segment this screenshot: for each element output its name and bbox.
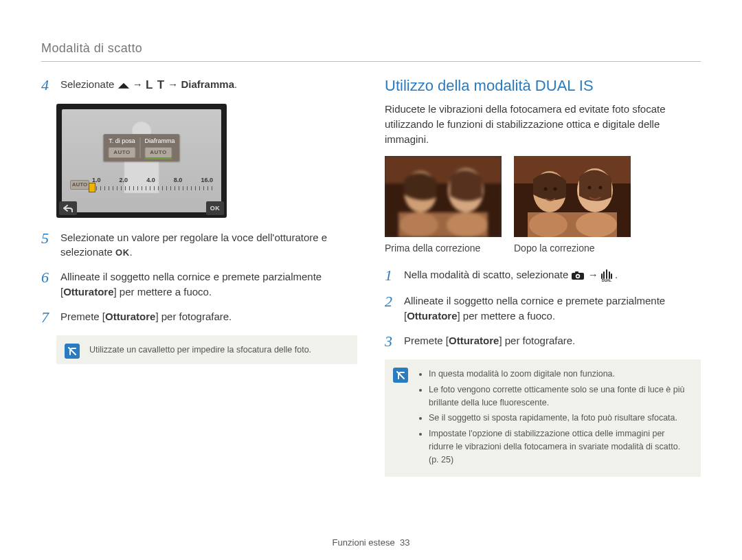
photo-after — [514, 156, 631, 237]
step-text: Premete [Otturatore] per fotografare. — [404, 333, 701, 350]
step-7: 7 Premete [Otturatore] per fotografare. — [41, 309, 357, 326]
text: → — [168, 78, 181, 90]
ok-icon: OK — [115, 247, 130, 260]
panel-aperture: Diaframma AUTO — [144, 137, 175, 158]
menu-up-icon — [117, 80, 130, 90]
note-box: In questa modalità lo zoom digitale non … — [385, 359, 701, 477]
step-text: Selezionate un valore per regolare la vo… — [60, 230, 357, 260]
svg-point-14 — [588, 186, 592, 190]
two-column-layout: 4 Selezionate → L T → Diaframma. — [41, 77, 701, 477]
text: Selezionate — [60, 78, 117, 90]
camera-icon — [571, 271, 585, 280]
manual-page: Modalità di scatto 4 Selezionate → L T →… — [0, 0, 742, 560]
step-number: 3 — [385, 333, 397, 350]
note-item: Le foto vengono corrette otticamente sol… — [429, 383, 691, 410]
bold-text: Otturatore — [105, 311, 155, 322]
footer-page: 33 — [400, 537, 409, 548]
svg-rect-2 — [385, 156, 502, 183]
caption-after: Dopo la correzione — [514, 243, 631, 254]
aperture-scale-row: AUTO 1.0 2.0 4.0 8.0 16.0 — [70, 177, 213, 193]
scale-labels: 1.0 2.0 4.0 8.0 16.0 — [92, 177, 213, 183]
svg-rect-20 — [575, 271, 578, 273]
scale-tick: 16.0 — [201, 177, 213, 183]
text: ] per mettere a fuoco. — [114, 286, 212, 298]
camera-lcd: T. di posa AUTO Diaframma AUTO AUTO — [56, 104, 227, 218]
panel-button-active: AUTO — [144, 147, 172, 158]
text: ] per mettere a fuoco. — [458, 310, 556, 322]
panel-divider — [139, 137, 140, 158]
intro-text: Riducete le vibrazioni della fotocamera … — [385, 102, 701, 146]
text: Premete [ — [60, 311, 105, 322]
text: ] per fotografare. — [155, 311, 232, 322]
step-number: 6 — [41, 269, 54, 300]
bold-text: Otturatore — [407, 310, 457, 322]
svg-point-18 — [576, 212, 617, 237]
scale-tick: 4.0 — [146, 177, 155, 183]
photo-comparison — [385, 156, 701, 237]
scale-tick: 2.0 — [120, 177, 128, 183]
svg-point-13 — [554, 188, 557, 191]
step-text: Nella modalità di scatto, selezionate → … — [404, 267, 701, 284]
step-number: 7 — [41, 309, 54, 326]
bold-text: Diaframma — [181, 78, 234, 90]
note-item: Impostate l'opzione di stabilizzazione o… — [429, 427, 691, 466]
svg-point-22 — [577, 276, 579, 278]
text: . — [234, 78, 237, 90]
svg-point-6 — [400, 212, 438, 237]
text: Premete [ — [404, 335, 449, 346]
step-3: 3 Premete [Otturatore] per fotografare. — [385, 333, 701, 350]
text: → — [588, 269, 601, 280]
back-button-icon — [59, 201, 77, 215]
step-text: Premete [Otturatore] per fotografare. — [60, 309, 357, 326]
photo-before — [385, 156, 502, 237]
note-item: Se il soggetto si sposta rapidamente, la… — [429, 412, 691, 425]
panel-label: Diaframma — [144, 137, 175, 144]
bold-text: Otturatore — [449, 335, 499, 346]
panel-shutter: T. di posa AUTO — [108, 137, 135, 158]
svg-point-17 — [529, 212, 567, 237]
bold-text: Otturatore — [63, 286, 113, 298]
step-6: 6 Allineate il soggetto nella cornice e … — [41, 269, 357, 300]
step-4: 4 Selezionate → L T → Diaframma. — [41, 77, 357, 94]
step-number: 5 — [41, 230, 54, 260]
ok-button-icon: OK — [206, 201, 224, 215]
scale-ruler — [92, 186, 213, 190]
right-column: Utilizzo della modalità DUAL IS Riducete… — [385, 77, 701, 477]
left-column: 4 Selezionate → L T → Diaframma. — [41, 77, 357, 477]
svg-text:DUAL: DUAL — [602, 278, 611, 282]
section-title: Modalità di scatto — [41, 41, 701, 56]
note-box: Utilizzate un cavalletto per impedire la… — [56, 335, 357, 364]
page-footer: Funzioni estese 33 — [0, 537, 742, 548]
text: Selezionate un valore per regolare la vo… — [60, 232, 327, 258]
note-list: In questa modalità lo zoom digitale non … — [418, 368, 691, 466]
scale-auto-pill: AUTO — [70, 180, 89, 190]
divider — [41, 61, 701, 62]
caption-before: Prima della correzione — [385, 243, 502, 254]
aperture-scale: 1.0 2.0 4.0 8.0 16.0 — [92, 177, 213, 193]
note-info-icon — [65, 344, 80, 359]
text: . — [130, 246, 133, 258]
text: → — [133, 78, 146, 90]
panel-label: T. di posa — [108, 137, 135, 144]
heading-dual-is: Utilizzo della modalità DUAL IS — [385, 77, 701, 95]
text: Nella modalità di scatto, selezionate — [404, 269, 571, 280]
text: ] per fotografare. — [499, 335, 575, 346]
note-item: In questa modalità lo zoom digitale non … — [429, 368, 691, 381]
step-2: 2 Allineate il soggetto nella cornice e … — [385, 293, 701, 324]
text: . — [615, 269, 618, 280]
step-number: 1 — [385, 267, 397, 284]
step-text: Allineate il soggetto nella cornice e pr… — [60, 269, 357, 300]
svg-point-15 — [599, 186, 603, 190]
exposure-panel: T. di posa AUTO Diaframma AUTO — [103, 134, 179, 161]
note-text: Utilizzate un cavalletto per impedire la… — [89, 344, 348, 356]
svg-rect-9 — [514, 156, 631, 183]
lcd-background: T. di posa AUTO Diaframma AUTO AUTO — [62, 109, 221, 212]
step-number: 4 — [41, 77, 54, 94]
note-info-icon — [393, 368, 408, 383]
step-text: Allineate il soggetto nella cornice e pr… — [404, 293, 701, 324]
svg-point-12 — [544, 188, 548, 191]
step-number: 2 — [385, 293, 397, 324]
scale-marker — [89, 183, 95, 192]
step-text: Selezionate → L T → Diaframma. — [60, 77, 357, 94]
lt-icon: L T — [146, 77, 165, 94]
